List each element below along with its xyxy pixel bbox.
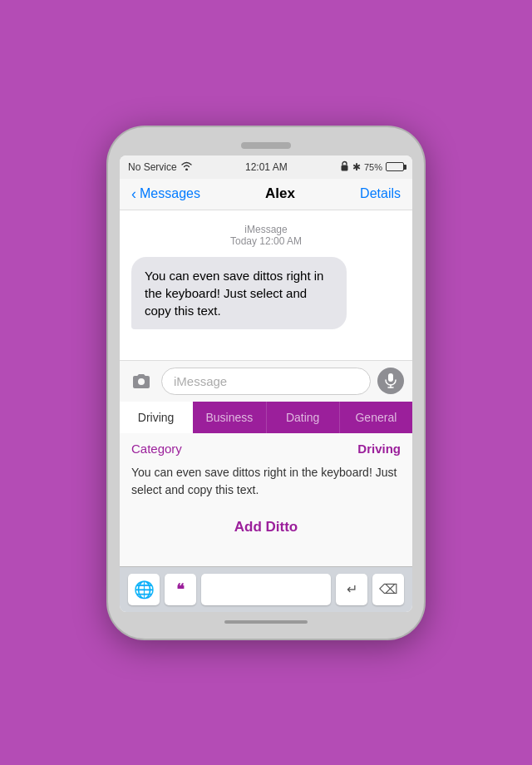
bluetooth-icon: ✱ xyxy=(352,161,361,173)
wifi-icon xyxy=(180,161,193,173)
delete-button[interactable]: ⌫ xyxy=(372,574,404,605)
globe-button[interactable]: 🌐 xyxy=(128,574,160,605)
message-bubble: You can even save dittos right in the ke… xyxy=(131,257,347,329)
input-placeholder: iMessage xyxy=(174,374,227,388)
keyboard-bottom-bar: 🌐 ❝ ↵ ⌫ xyxy=(120,566,412,612)
phone-notch xyxy=(120,142,412,149)
details-button[interactable]: Details xyxy=(360,186,401,201)
home-indicator[interactable] xyxy=(224,620,308,624)
tab-business[interactable]: Business xyxy=(193,402,266,433)
globe-icon: 🌐 xyxy=(134,580,155,600)
message-input[interactable]: iMessage xyxy=(161,368,371,395)
status-right: ✱ 75% xyxy=(340,160,404,174)
svg-rect-0 xyxy=(341,165,347,170)
messages-area: iMessage Today 12:00 AM You can even sav… xyxy=(120,210,412,360)
phone-frame: No Service 12:01 AM ✱ xyxy=(108,127,424,639)
phone-speaker xyxy=(241,142,291,149)
ditto-quotes-button[interactable]: ❝ xyxy=(165,574,196,605)
nav-title: Alex xyxy=(265,185,295,202)
tab-dating[interactable]: Dating xyxy=(267,402,340,433)
phone-bottom xyxy=(120,620,412,624)
message-service: iMessage xyxy=(131,224,401,235)
status-left: No Service xyxy=(128,161,193,173)
ditto-panel: Category Driving You can even save ditto… xyxy=(120,433,412,566)
ditto-content: You can even save dittos right in the ke… xyxy=(131,464,401,499)
carrier-text: No Service xyxy=(128,161,177,173)
space-button[interactable] xyxy=(201,574,331,605)
status-time: 12:01 AM xyxy=(245,161,288,173)
svg-rect-1 xyxy=(388,373,393,382)
input-bar: iMessage xyxy=(120,360,412,402)
return-button[interactable]: ↵ xyxy=(336,574,367,605)
lock-icon xyxy=(340,160,349,174)
add-ditto-button[interactable]: Add Ditto xyxy=(131,512,401,542)
ditto-quotes-icon: ❝ xyxy=(176,580,185,599)
keyboard-tabs: Driving Business Dating General xyxy=(120,402,412,433)
battery-percent: 75% xyxy=(364,162,382,172)
battery-icon xyxy=(386,162,404,171)
status-bar: No Service 12:01 AM ✱ xyxy=(120,155,412,179)
category-label: Category xyxy=(131,442,182,456)
message-timestamp: Today 12:00 AM xyxy=(131,235,401,247)
delete-icon: ⌫ xyxy=(379,581,398,597)
back-label: Messages xyxy=(140,186,200,201)
nav-bar: ‹ Messages Alex Details xyxy=(120,179,412,210)
mic-button[interactable] xyxy=(377,368,404,394)
back-button[interactable]: ‹ Messages xyxy=(131,185,200,203)
category-value: Driving xyxy=(357,442,401,456)
tab-driving[interactable]: Driving xyxy=(120,402,193,433)
phone-screen: No Service 12:01 AM ✱ xyxy=(120,155,412,612)
back-chevron-icon: ‹ xyxy=(131,185,136,203)
tab-general[interactable]: General xyxy=(340,402,412,433)
camera-button[interactable] xyxy=(128,368,155,394)
category-row: Category Driving xyxy=(131,442,401,456)
return-icon: ↵ xyxy=(347,581,357,597)
message-meta: iMessage Today 12:00 AM xyxy=(131,224,401,247)
